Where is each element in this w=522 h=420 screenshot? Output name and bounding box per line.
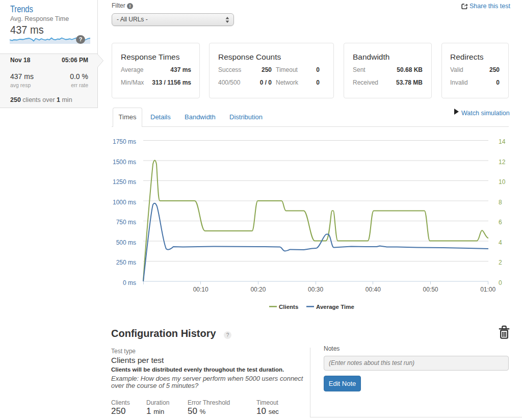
svg-text:00:50: 00:50 [423, 286, 438, 293]
svg-text:1750 ms: 1750 ms [113, 138, 136, 145]
svg-text:1250 ms: 1250 ms [113, 178, 136, 186]
svg-text:2: 2 [499, 259, 502, 266]
svg-text:4: 4 [499, 239, 502, 246]
svg-text:10: 10 [499, 178, 506, 186]
svg-text:14: 14 [499, 138, 506, 145]
svg-text:0: 0 [499, 279, 502, 286]
svg-text:01:00: 01:00 [480, 286, 495, 293]
svg-text:500 ms: 500 ms [116, 239, 136, 246]
svg-text:00:10: 00:10 [193, 286, 208, 293]
svg-text:0 ms: 0 ms [123, 279, 136, 286]
svg-text:00:20: 00:20 [250, 286, 266, 293]
svg-text:00:40: 00:40 [366, 286, 381, 293]
svg-text:6: 6 [499, 219, 502, 226]
svg-text:8: 8 [499, 199, 502, 206]
svg-text:Average Time: Average Time [316, 304, 354, 310]
svg-text:250 ms: 250 ms [116, 259, 136, 266]
svg-text:Clients: Clients [279, 304, 298, 310]
svg-text:00:30: 00:30 [308, 286, 323, 293]
svg-text:12: 12 [499, 159, 506, 166]
svg-text:750 ms: 750 ms [116, 219, 136, 226]
svg-text:1500 ms: 1500 ms [113, 159, 136, 166]
svg-text:1000 ms: 1000 ms [113, 199, 136, 206]
